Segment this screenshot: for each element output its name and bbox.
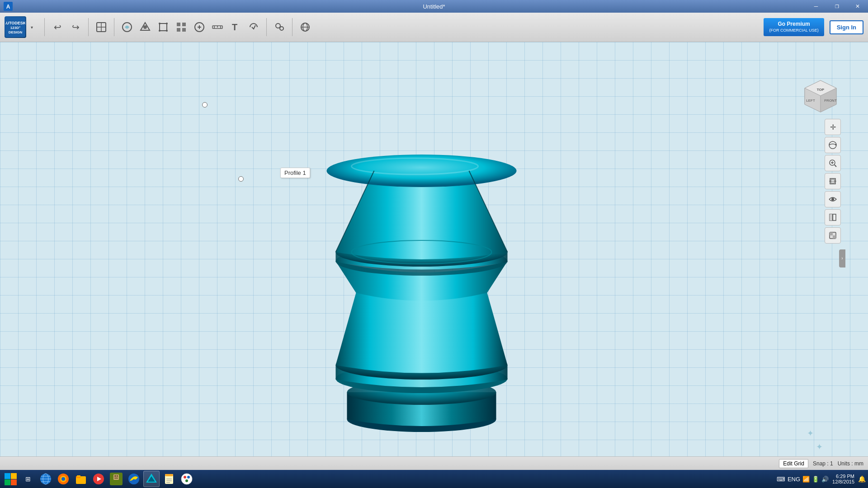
transform-button[interactable]	[155, 19, 171, 35]
snap-value: Snap : 1	[813, 460, 833, 467]
svg-rect-65	[5, 479, 10, 485]
svg-rect-61	[830, 232, 833, 235]
taskbar-start-button[interactable]	[2, 471, 19, 487]
volume-icon: 🔊	[821, 476, 829, 483]
svg-rect-83	[117, 475, 118, 477]
taskbar-clock: 6:29 PM 12/8/2015	[832, 474, 854, 484]
app-icon: A	[4, 2, 13, 13]
premium-section: Go Premium (FOR COMMERCIAL USE) Sign In	[764, 18, 863, 36]
view-visibility-button[interactable]	[825, 191, 841, 207]
fit-view-button[interactable]	[825, 173, 841, 189]
control-dot-top[interactable]	[202, 102, 208, 108]
toolbar-divider-1	[44, 18, 45, 36]
svg-point-27	[280, 27, 283, 30]
snap-button[interactable]	[245, 19, 262, 35]
svg-text:AUTODESK°: AUTODESK°	[5, 21, 25, 25]
pattern-button[interactable]	[173, 19, 189, 35]
taskbar: ⊞	[0, 470, 868, 488]
svg-rect-66	[11, 479, 17, 485]
zoom-button[interactable]	[825, 155, 841, 171]
svg-text:TOP: TOP	[817, 88, 825, 92]
toolbar-divider-2	[88, 18, 89, 36]
profile-tooltip: Profile 1	[280, 168, 310, 178]
menu-bar: AUTODESK° 123D° DESIGN ▾ ↩ ↪	[0, 13, 868, 42]
svg-point-14	[159, 30, 160, 32]
svg-rect-58	[830, 214, 833, 221]
svg-rect-89	[165, 474, 173, 476]
construct-button[interactable]	[137, 19, 153, 35]
measure-button[interactable]	[209, 19, 226, 35]
sign-in-button[interactable]: Sign In	[830, 20, 863, 34]
control-dot-mid[interactable]	[238, 176, 244, 182]
svg-rect-63	[5, 473, 10, 479]
svg-text:DESIGN: DESIGN	[9, 30, 23, 34]
render-mode-button[interactable]	[825, 227, 841, 244]
title-bar: A Untitled* ─ ❐ ✕	[0, 0, 868, 13]
taskbar-app-minecraft[interactable]	[108, 471, 124, 487]
svg-point-15	[166, 30, 168, 32]
toolbar-divider-3	[114, 18, 114, 36]
undo-button[interactable]: ↩	[49, 19, 66, 35]
main-tools-group: T	[119, 19, 262, 35]
render-button[interactable]	[297, 19, 313, 35]
svg-line-28	[280, 27, 280, 27]
keyboard-icon: ⌨	[777, 476, 785, 483]
community-button[interactable]	[271, 19, 288, 35]
svg-point-26	[276, 23, 280, 28]
units-value: Units : mm	[838, 460, 863, 467]
edit-grid-button[interactable]: Edit Grid	[779, 459, 808, 468]
svg-rect-82	[114, 475, 116, 477]
taskbar-app-current[interactable]	[143, 471, 160, 487]
taskbar-app-paint[interactable]	[179, 471, 195, 487]
svg-rect-84	[114, 478, 118, 479]
taskbar-app-eagle[interactable]	[126, 471, 142, 487]
taskbar-app-globe[interactable]	[38, 471, 54, 487]
svg-point-94	[184, 476, 186, 479]
redo-button[interactable]: ↪	[67, 19, 84, 35]
viewport[interactable]: Profile 1 TOP LEFT FRONT ✛	[0, 42, 868, 474]
svg-text:123D°: 123D°	[10, 26, 20, 30]
pan-button[interactable]: ✛	[825, 119, 841, 135]
modify-button[interactable]	[191, 19, 208, 35]
svg-line-50	[835, 165, 836, 167]
svg-text:T: T	[232, 22, 237, 32]
svg-rect-11	[160, 23, 167, 31]
taskbar-app-media[interactable]	[90, 471, 107, 487]
svg-point-93	[181, 474, 192, 484]
language-icon: ENG	[788, 476, 800, 483]
add-primitives-button[interactable]	[93, 19, 109, 35]
right-panel-collapse[interactable]: ›	[839, 249, 845, 267]
svg-rect-81	[113, 474, 119, 480]
svg-point-96	[185, 479, 188, 482]
sketch-button[interactable]	[119, 19, 135, 35]
3d-object-container	[297, 112, 546, 437]
restore-button[interactable]: ❐	[826, 0, 847, 13]
minimize-button[interactable]: ─	[806, 0, 826, 13]
view-cube[interactable]: TOP LEFT FRONT	[802, 78, 839, 114]
orbit-button[interactable]	[825, 137, 841, 153]
taskbar-system-tray: ⌨ ENG 📶 🔋 🔊 6:29 PM 12/8/2015 🔔	[777, 474, 866, 484]
svg-point-10	[143, 25, 147, 29]
taskbar-app-explorer[interactable]	[73, 471, 89, 487]
taskbar-search-button[interactable]: ⊞	[20, 471, 36, 487]
taskbar-app-firefox[interactable]	[55, 471, 71, 487]
notification-button[interactable]: 🔔	[858, 475, 866, 483]
network-icon: 📶	[802, 476, 810, 483]
close-button[interactable]: ✕	[847, 0, 868, 13]
undo-redo-group: ↩ ↪	[49, 19, 84, 35]
svg-point-74	[61, 477, 65, 481]
brand-dropdown-arrow[interactable]: ▾	[31, 25, 33, 30]
brand-logo: AUTODESK° 123D° DESIGN	[5, 16, 26, 38]
svg-rect-62	[833, 235, 836, 239]
svg-point-95	[187, 476, 190, 479]
svg-rect-18	[177, 28, 180, 32]
text-button[interactable]: T	[227, 19, 244, 35]
toolbar-divider-4	[266, 18, 267, 36]
viewport-annotation-1: ✦	[807, 428, 814, 438]
svg-text:FRONT: FRONT	[824, 99, 837, 103]
section-view-button[interactable]	[825, 209, 841, 225]
svg-point-12	[159, 23, 160, 24]
toolbar-divider-5	[292, 18, 292, 36]
go-premium-button[interactable]: Go Premium (FOR COMMERCIAL USE)	[764, 18, 824, 36]
taskbar-app-notes[interactable]	[161, 471, 177, 487]
